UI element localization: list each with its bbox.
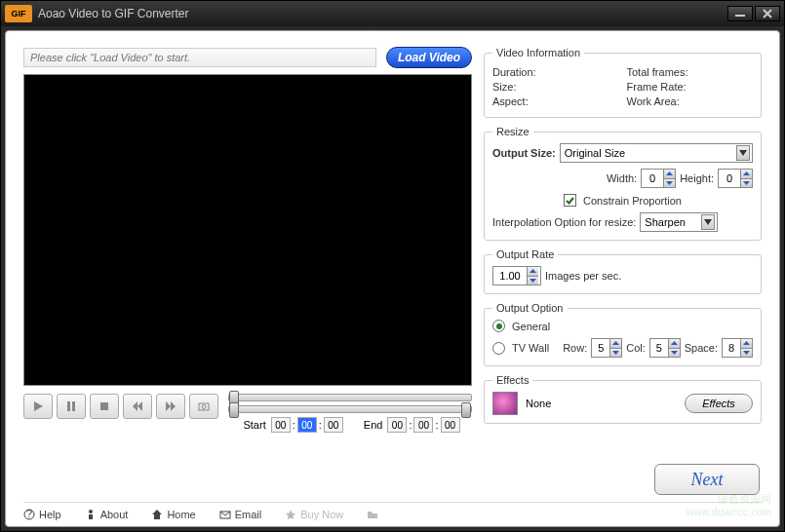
row-spinner[interactable]: 5 [591, 338, 622, 358]
minimize-button[interactable] [727, 6, 753, 21]
output-size-select[interactable]: Original Size [560, 143, 753, 163]
end-label: End [361, 419, 386, 431]
space-value: 8 [723, 339, 740, 357]
output-size-label: Output Size: [492, 147, 556, 159]
frame-rate-label: Frame Rate: [627, 81, 754, 93]
col-label: Col: [626, 342, 646, 354]
svg-rect-1 [67, 401, 70, 411]
width-value: 0 [642, 170, 663, 187]
stop-button[interactable] [90, 394, 119, 419]
tvwall-label: TV Wall [512, 342, 549, 354]
svg-rect-2 [72, 401, 75, 411]
load-video-button[interactable]: Load Video [386, 47, 472, 68]
output-option-group: Output Option General TV Wall Row: 5 Col… [484, 302, 762, 366]
width-spinner[interactable]: 0 [641, 169, 676, 188]
constrain-label: Constrain Proportion [583, 195, 682, 207]
next-button[interactable]: Next [654, 464, 760, 495]
rate-spinner[interactable]: 1.00 [492, 266, 541, 285]
tvwall-radio[interactable] [492, 342, 505, 355]
snapshot-button[interactable] [189, 394, 218, 419]
duration-label: Duration: [492, 66, 619, 78]
prev-frame-button[interactable] [123, 394, 152, 419]
video-path-input[interactable] [23, 48, 376, 67]
row-value: 5 [592, 339, 609, 357]
interp-select[interactable]: Sharpen [640, 212, 718, 232]
start-mm[interactable]: 00 [297, 417, 317, 433]
interp-value: Sharpen [645, 216, 686, 228]
next-frame-button[interactable] [156, 394, 185, 419]
row-label: Row: [563, 342, 587, 354]
start-label: Start [240, 419, 268, 431]
end-time-group: End 00: 00: 00 [361, 417, 460, 433]
effects-group: Effects None Effects [484, 374, 762, 424]
right-panel: Video Information Duration: Total frames… [484, 47, 762, 433]
video-info-group: Video Information Duration: Total frames… [484, 47, 762, 118]
size-label: Size: [492, 81, 619, 93]
play-button[interactable] [23, 394, 53, 419]
close-button[interactable] [755, 6, 780, 21]
app-logo: GIF [5, 5, 32, 22]
svg-point-5 [202, 405, 206, 409]
left-panel: Load Video [23, 47, 472, 433]
rate-value: 1.00 [493, 267, 527, 285]
width-label: Width: [607, 172, 637, 184]
rate-suffix: Images per sec. [545, 270, 621, 282]
range-start-thumb[interactable] [229, 402, 239, 418]
output-size-value: Original Size [565, 147, 625, 159]
effects-legend: Effects [492, 374, 532, 386]
constrain-checkbox[interactable] [564, 194, 576, 207]
resize-legend: Resize [492, 126, 533, 137]
dropdown-icon [736, 145, 750, 161]
end-mm[interactable]: 00 [413, 417, 433, 433]
height-value: 0 [719, 170, 740, 187]
svg-rect-9 [89, 514, 93, 519]
app-title: Aoao Video to GIF Converter [38, 7, 726, 20]
aspect-label: Aspect: [492, 95, 619, 107]
about-link[interactable]: About [85, 509, 129, 520]
effect-name: None [526, 398, 551, 409]
email-link[interactable]: Email [219, 509, 262, 520]
start-time-group: Start 00: 00: 00 [240, 417, 342, 433]
svg-point-8 [89, 510, 93, 513]
work-area-label: Work Area: [627, 95, 754, 107]
output-rate-legend: Output Rate [492, 248, 558, 260]
end-ss[interactable]: 00 [441, 417, 460, 433]
range-end-thumb[interactable] [461, 402, 471, 418]
end-hh[interactable]: 00 [387, 417, 407, 433]
height-label: Height: [680, 172, 714, 184]
effect-thumbnail [492, 392, 518, 415]
content-area: Load Video [5, 30, 780, 527]
output-option-legend: Output Option [492, 302, 568, 314]
col-spinner[interactable]: 5 [649, 338, 681, 358]
start-ss[interactable]: 00 [324, 417, 343, 433]
svg-text:?: ? [26, 509, 32, 519]
total-frames-label: Total frames: [627, 66, 754, 78]
space-spinner[interactable]: 8 [722, 338, 753, 358]
video-info-legend: Video Information [492, 47, 584, 58]
col-value: 5 [650, 339, 668, 357]
footer: ?Help About Home Email Buy Now [23, 502, 762, 520]
general-radio[interactable] [492, 320, 505, 332]
general-label: General [512, 321, 550, 332]
open-folder-link[interactable] [367, 509, 378, 520]
dropdown-icon [701, 214, 715, 230]
help-link[interactable]: ?Help [23, 509, 61, 520]
output-rate-group: Output Rate 1.00 Images per sec. [484, 248, 762, 294]
range-slider[interactable] [228, 405, 472, 413]
effects-button[interactable]: Effects [685, 394, 753, 413]
position-slider[interactable] [228, 394, 472, 401]
svg-rect-3 [100, 402, 108, 410]
resize-group: Resize Output Size: Original Size Width:… [484, 126, 762, 241]
titlebar: GIF Aoao Video to GIF Converter [1, 1, 784, 26]
home-link[interactable]: Home [151, 509, 195, 520]
space-label: Space: [685, 342, 718, 354]
video-preview [23, 74, 472, 386]
pause-button[interactable] [57, 394, 86, 419]
interp-label: Interpolation Option for resize: [492, 216, 636, 228]
svg-rect-0 [735, 15, 745, 17]
buy-link[interactable]: Buy Now [285, 509, 343, 520]
app-window: GIF Aoao Video to GIF Converter Load Vid… [0, 0, 785, 532]
start-hh[interactable]: 00 [271, 417, 291, 433]
height-spinner[interactable]: 0 [718, 169, 753, 188]
